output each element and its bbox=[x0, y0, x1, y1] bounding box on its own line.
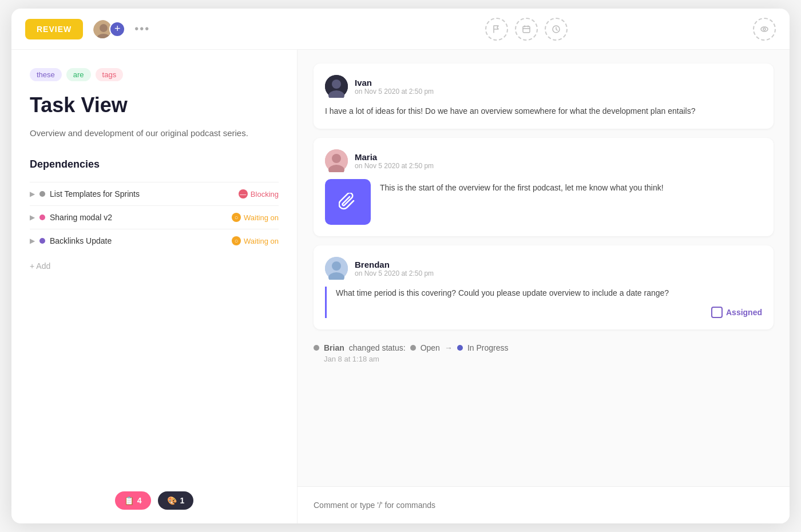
tag-these[interactable]: these bbox=[30, 68, 62, 81]
add-dependency-button[interactable]: + Add bbox=[30, 261, 50, 271]
dep-badge-waiting-2: ○ Waiting on bbox=[232, 236, 279, 245]
comment-meta: Brendan on Nov 5 2020 at 2:50 pm bbox=[355, 260, 434, 277]
dark-tool-icon: 🎨 bbox=[167, 496, 177, 505]
status-author: Brian bbox=[324, 343, 344, 352]
assign-label: Assigned bbox=[726, 308, 762, 317]
eye-icon bbox=[760, 25, 769, 34]
pink-tool-icon: 📋 bbox=[124, 496, 134, 505]
calendar-button[interactable] bbox=[515, 18, 538, 41]
dep-chevron-icon[interactable]: ▶ bbox=[30, 237, 35, 245]
dep-dot-pink bbox=[39, 215, 45, 220]
avatar-ivan bbox=[325, 75, 348, 98]
comment-body-brendan: What time period is this covering? Could… bbox=[336, 287, 762, 299]
paperclip-icon bbox=[339, 193, 357, 211]
calendar-icon bbox=[522, 25, 531, 34]
status-from: Open bbox=[421, 343, 440, 352]
status-to: In Progress bbox=[467, 343, 509, 352]
dependency-item: ▶ Backlinks Update ○ Waiting on bbox=[30, 229, 279, 252]
comment-card-ivan: Ivan on Nov 5 2020 at 2:50 pm I have a l… bbox=[314, 63, 774, 129]
comment-body-ivan: I have a lot of ideas for this! Do we ha… bbox=[325, 105, 762, 117]
comment-author-brendan: Brendan bbox=[355, 260, 434, 269]
top-bar: REVIEW + ••• bbox=[11, 9, 790, 50]
add-member-button[interactable]: + bbox=[109, 21, 125, 37]
comment-header: Ivan on Nov 5 2020 at 2:50 pm bbox=[325, 75, 762, 98]
comment-border-wrapper: What time period is this covering? Could… bbox=[325, 287, 762, 317]
bottom-toolbar: 📋 4 🎨 1 bbox=[11, 491, 297, 510]
comment-header: Brendan on Nov 5 2020 at 2:50 pm bbox=[325, 257, 762, 280]
comment-header: Maria on Nov 5 2020 at 2:50 pm bbox=[325, 149, 762, 172]
waiting-label-1: Waiting on bbox=[244, 213, 279, 222]
comments-area: Ivan on Nov 5 2020 at 2:50 pm I have a l… bbox=[298, 50, 790, 486]
svg-point-5 bbox=[761, 27, 768, 31]
svg-point-8 bbox=[332, 80, 341, 89]
dark-tool-button[interactable]: 🎨 1 bbox=[158, 491, 194, 510]
tag-tags[interactable]: tags bbox=[96, 68, 124, 81]
left-panel: these are tags Task View Overview and de… bbox=[11, 50, 298, 523]
blocking-icon: — bbox=[239, 189, 248, 198]
comment-meta: Ivan on Nov 5 2020 at 2:50 pm bbox=[355, 78, 434, 96]
flag-icon bbox=[492, 25, 501, 34]
status-change: Brian changed status: Open → In Progress… bbox=[314, 339, 774, 368]
comment-body-maria-wrapper: This is the start of the overview for th… bbox=[325, 179, 762, 225]
comment-card-brendan: Brendan on Nov 5 2020 at 2:50 pm What ti… bbox=[314, 245, 774, 329]
svg-rect-3 bbox=[523, 26, 530, 33]
status-dot-open bbox=[314, 345, 319, 351]
clock-icon bbox=[552, 25, 561, 34]
assign-checkbox[interactable] bbox=[711, 307, 723, 318]
tags-row: these are tags bbox=[30, 68, 279, 81]
top-bar-center bbox=[311, 18, 741, 41]
comment-time-maria: on Nov 5 2020 at 2:50 pm bbox=[355, 162, 434, 170]
dep-chevron-icon[interactable]: ▶ bbox=[30, 190, 35, 198]
dep-dot-gray bbox=[39, 191, 45, 197]
dependencies-title: Dependencies bbox=[30, 158, 279, 170]
dark-tool-count: 1 bbox=[180, 496, 185, 505]
svg-point-1 bbox=[100, 24, 108, 32]
pink-tool-button[interactable]: 📋 4 bbox=[115, 491, 151, 510]
dep-chevron-icon[interactable]: ▶ bbox=[30, 213, 35, 221]
svg-point-6 bbox=[763, 28, 766, 30]
waiting-icon: ○ bbox=[232, 236, 241, 245]
attachment-preview[interactable] bbox=[325, 179, 371, 225]
review-button[interactable]: REVIEW bbox=[25, 19, 83, 39]
avatar-maria bbox=[325, 149, 348, 172]
eye-button[interactable] bbox=[753, 18, 776, 41]
assigned-badge: Assigned bbox=[336, 307, 762, 318]
blocking-label: Blocking bbox=[251, 190, 279, 198]
flag-button[interactable] bbox=[485, 18, 508, 41]
dep-dot-purple bbox=[39, 238, 45, 244]
right-panel: Ivan on Nov 5 2020 at 2:50 pm I have a l… bbox=[298, 50, 790, 523]
main-content: these are tags Task View Overview and de… bbox=[11, 50, 790, 523]
more-options-button[interactable]: ••• bbox=[134, 22, 150, 35]
dep-name-0: List Templates for Sprints bbox=[50, 189, 234, 198]
top-bar-right bbox=[741, 18, 776, 41]
dependency-list: ▶ List Templates for Sprints — Blocking … bbox=[30, 182, 279, 252]
comment-time-brendan: on Nov 5 2020 at 2:50 pm bbox=[355, 269, 434, 277]
status-from-dot bbox=[410, 345, 416, 351]
dependency-item: ▶ List Templates for Sprints — Blocking bbox=[30, 182, 279, 205]
svg-point-14 bbox=[332, 261, 341, 271]
app-window: REVIEW + ••• bbox=[11, 9, 790, 523]
comment-input-area bbox=[298, 486, 790, 523]
pink-tool-count: 4 bbox=[137, 496, 142, 505]
dep-badge-waiting-1: ○ Waiting on bbox=[232, 213, 279, 222]
comment-body-maria: This is the start of the overview for th… bbox=[380, 179, 664, 194]
comment-author-ivan: Ivan bbox=[355, 78, 434, 88]
comment-time-ivan: on Nov 5 2020 at 2:50 pm bbox=[355, 88, 434, 96]
dep-name-2: Backlinks Update bbox=[50, 236, 227, 245]
comment-input[interactable] bbox=[314, 496, 774, 514]
clock-button[interactable] bbox=[545, 18, 568, 41]
waiting-icon: ○ bbox=[232, 213, 241, 222]
status-to-dot bbox=[457, 345, 463, 351]
status-text: changed status: bbox=[349, 343, 406, 352]
task-description: Overview and development of our original… bbox=[30, 126, 279, 140]
avatar-brendan bbox=[325, 257, 348, 280]
waiting-label-2: Waiting on bbox=[244, 237, 279, 245]
dep-badge-blocking: — Blocking bbox=[239, 189, 279, 198]
tag-are[interactable]: are bbox=[66, 68, 91, 81]
task-title: Task View bbox=[30, 93, 279, 117]
svg-point-11 bbox=[332, 154, 341, 163]
dependency-item: ▶ Sharing modal v2 ○ Waiting on bbox=[30, 205, 279, 229]
top-bar-left: REVIEW + ••• bbox=[25, 19, 311, 39]
avatar-group: + bbox=[92, 19, 125, 39]
status-time: Jan 8 at 1:18 am bbox=[324, 355, 774, 363]
